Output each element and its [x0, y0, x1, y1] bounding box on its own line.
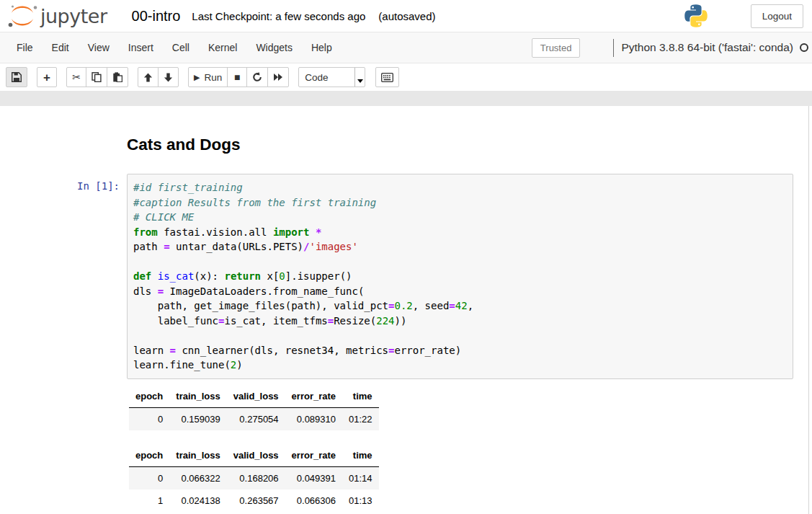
floppy-icon: [12, 72, 22, 82]
jupyter-wordmark: jupyter: [40, 5, 107, 27]
restart-kernel-button[interactable]: [246, 67, 268, 87]
menu-item-cell[interactable]: Cell: [163, 34, 199, 61]
column-header: epoch: [129, 387, 169, 408]
column-header: time: [342, 446, 379, 467]
kernel-separator: [613, 39, 614, 57]
code-line: def is_cat(x): return x[0].isupper(): [133, 269, 787, 284]
dropdown-arrow-icon: [354, 68, 365, 87]
code-line: [133, 254, 787, 270]
paste-icon: [112, 72, 122, 82]
code-line: path, get_image_files(path), valid_pct=0…: [133, 298, 787, 314]
table-cell: 01:13: [342, 489, 379, 512]
table-cell: 0.168206: [227, 466, 285, 489]
restart-run-all-button[interactable]: [267, 67, 289, 87]
play-icon: ▶: [194, 74, 200, 81]
cell-type-value: Code: [299, 68, 354, 87]
insert-cell-below-button[interactable]: +: [37, 67, 57, 87]
table-cell: 0.066306: [285, 489, 342, 512]
training-results-table: epochtrain_lossvalid_losserror_ratetime0…: [129, 446, 379, 512]
column-header: valid_loss: [227, 446, 285, 467]
code-line: from fastai.vision.all import *: [133, 225, 787, 240]
table-cell: 0.049391: [285, 466, 342, 489]
menu-item-widgets[interactable]: Widgets: [246, 34, 302, 61]
run-button[interactable]: ▶Run: [188, 67, 228, 87]
copy-cells-button[interactable]: [86, 67, 107, 87]
plus-icon: +: [43, 71, 50, 84]
column-header: time: [342, 387, 379, 408]
autosave-status: (autosaved): [378, 10, 435, 22]
restart-icon: [252, 72, 262, 82]
table-cell: 1: [129, 489, 169, 512]
code-line: path = untar_data(URLs.PETS)/'images': [133, 239, 787, 254]
fast-forward-icon: [273, 73, 283, 81]
table-cell: 0: [129, 466, 169, 489]
menu-item-help[interactable]: Help: [302, 34, 342, 61]
code-line: label_func=is_cat, item_tfms=Resize(224)…: [133, 314, 787, 329]
cell-type-dropdown[interactable]: Code: [298, 67, 365, 87]
table-cell: 0.159039: [169, 407, 226, 430]
paste-cells-button[interactable]: [107, 67, 128, 87]
table-cell: 0.024138: [169, 489, 226, 512]
toolbar: +✂▶Run■ Code: [0, 63, 812, 92]
move-cell-down-button[interactable]: [158, 67, 179, 87]
code-line: # CLICK ME: [133, 210, 787, 225]
table-cell: 0.066322: [169, 466, 226, 489]
markdown-cell[interactable]: Cats and Dogs: [0, 106, 812, 174]
checkpoint-status: Last Checkpoint: a few seconds ago: [192, 10, 365, 22]
table-cell: 0.275054: [227, 407, 285, 430]
column-header: train_loss: [169, 446, 226, 467]
command-palette-button[interactable]: [375, 67, 399, 87]
notebook-container: Cats and Dogs In [1]: #id first_training…: [0, 106, 812, 514]
menu-item-file[interactable]: File: [7, 34, 43, 61]
notebook-title[interactable]: 00-intro: [132, 8, 181, 25]
table-cell: 0: [129, 407, 169, 430]
code-line: #id first_training: [133, 180, 787, 195]
code-editor[interactable]: #id first_training#caption Results from …: [127, 174, 793, 379]
interrupt-kernel-button[interactable]: ■: [227, 67, 247, 87]
menu-item-kernel[interactable]: Kernel: [199, 34, 246, 61]
code-line: learn.fine_tune(2): [133, 358, 787, 373]
kernel-name: Python 3.8.8 64-bit ('fastai': conda): [621, 41, 793, 54]
markdown-heading: Cats and Dogs: [127, 135, 241, 154]
move-cell-up-button[interactable]: [138, 67, 159, 87]
column-header: valid_loss: [227, 387, 285, 408]
kernel-idle-circle-icon: [800, 43, 808, 52]
notebook-right-border: [808, 106, 809, 514]
column-header: error_rate: [285, 387, 342, 408]
jupyter-planet-icon: [6, 4, 39, 28]
page-background-band: [0, 92, 812, 106]
arrow-down-icon: [164, 73, 173, 82]
python-logo-icon: [683, 3, 709, 29]
cut-cells-button[interactable]: ✂: [66, 67, 86, 87]
code-line: [133, 328, 787, 343]
table-row: 10.0241380.2635670.06630601:13: [129, 489, 379, 512]
training-results-table: epochtrain_lossvalid_losserror_ratetime0…: [129, 387, 379, 430]
menu-item-insert[interactable]: Insert: [119, 34, 163, 61]
markdown-prompt-gutter: [0, 106, 127, 174]
jupyter-logo[interactable]: jupyter: [6, 4, 107, 28]
scissors-icon: ✂: [72, 72, 81, 82]
code-cell: In [1]: #id first_training#caption Resul…: [0, 174, 812, 379]
keyboard-icon: [381, 73, 393, 82]
code-line: dls = ImageDataLoaders.from_name_func(: [133, 284, 787, 299]
save-button[interactable]: [6, 67, 27, 87]
menu-bar: FileEditViewInsertCellKernelWidgetsHelp …: [0, 32, 812, 63]
code-line: #caption Results from the first training: [133, 195, 787, 211]
menu-item-edit[interactable]: Edit: [43, 34, 79, 61]
column-header: train_loss: [169, 387, 226, 408]
table-row: 00.0663220.1682060.04939101:14: [129, 466, 379, 489]
arrow-up-icon: [143, 73, 153, 82]
column-header: epoch: [129, 446, 169, 467]
notebook-header: jupyter 00-intro Last Checkpoint: a few …: [0, 0, 812, 32]
trusted-badge[interactable]: Trusted: [532, 38, 581, 58]
menu-item-view[interactable]: View: [79, 34, 119, 61]
code-line: learn = cnn_learner(dls, resnet34, metri…: [133, 343, 787, 358]
input-prompt: In [1]:: [0, 174, 127, 379]
output-area: epochtrain_lossvalid_losserror_ratetime0…: [129, 379, 812, 512]
table-cell: 0.263567: [227, 489, 285, 512]
logout-button[interactable]: Logout: [751, 4, 803, 28]
copy-icon: [92, 72, 102, 82]
column-header: error_rate: [285, 446, 342, 467]
table-row: 00.1590390.2750540.08931001:22: [129, 407, 379, 430]
run-button-label: Run: [204, 72, 222, 83]
